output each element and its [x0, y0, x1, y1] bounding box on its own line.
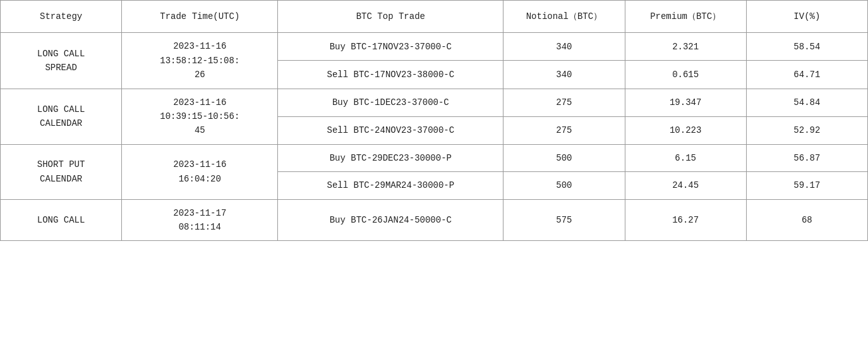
strategy-cell: LONG CALL [1, 199, 122, 241]
iv-cell: 54.84 [746, 89, 867, 116]
btc-top-trade-cell: Buy BTC-26JAN24-50000-C [278, 199, 503, 241]
trade-time-cell: 2023-11-16 16:04:20 [122, 144, 278, 199]
header-iv: IV(%) [746, 1, 867, 33]
premium-cell: 19.347 [625, 89, 746, 116]
header-strategy: Strategy [1, 1, 122, 33]
iv-cell: 68 [746, 199, 867, 241]
trade-time-cell: 2023-11-16 10:39:15-10:56: 45 [122, 89, 278, 144]
iv-cell: 64.71 [746, 61, 867, 89]
header-notional: Notional（BTC） [503, 1, 625, 33]
notional-cell: 340 [503, 61, 625, 89]
table-row: LONG CALL SPREAD2023-11-16 13:58:12-15:0… [1, 33, 868, 61]
strategy-cell: LONG CALL SPREAD [1, 33, 122, 89]
iv-cell: 59.17 [746, 172, 867, 199]
notional-cell: 275 [503, 116, 625, 144]
strategy-cell: SHORT PUT CALENDAR [1, 144, 122, 199]
trade-time-cell: 2023-11-17 08:11:14 [122, 199, 278, 241]
notional-cell: 500 [503, 172, 625, 199]
btc-top-trade-cell: Sell BTC-24NOV23-37000-C [278, 116, 503, 144]
premium-cell: 2.321 [625, 33, 746, 61]
notional-cell: 575 [503, 199, 625, 241]
premium-cell: 0.615 [625, 61, 746, 89]
notional-cell: 275 [503, 89, 625, 116]
header-row: Strategy Trade Time(UTC) BTC Top Trade N… [1, 1, 868, 33]
premium-cell: 10.223 [625, 116, 746, 144]
btc-top-trade-cell: Buy BTC-17NOV23-37000-C [278, 33, 503, 61]
btc-top-trade-cell: Sell BTC-17NOV23-38000-C [278, 61, 503, 89]
btc-top-trade-cell: Sell BTC-29MAR24-30000-P [278, 172, 503, 199]
table-row: SHORT PUT CALENDAR2023-11-16 16:04:20Buy… [1, 144, 868, 171]
main-container: Strategy Trade Time(UTC) BTC Top Trade N… [0, 0, 868, 363]
iv-cell: 56.87 [746, 144, 867, 171]
trades-table: Strategy Trade Time(UTC) BTC Top Trade N… [0, 0, 868, 241]
header-trade-time: Trade Time(UTC) [122, 1, 278, 33]
premium-cell: 6.15 [625, 144, 746, 171]
btc-top-trade-cell: Buy BTC-1DEC23-37000-C [278, 89, 503, 116]
table-row: LONG CALL CALENDAR2023-11-16 10:39:15-10… [1, 89, 868, 116]
table-row: LONG CALL2023-11-17 08:11:14Buy BTC-26JA… [1, 199, 868, 241]
notional-cell: 340 [503, 33, 625, 61]
trade-time-cell: 2023-11-16 13:58:12-15:08: 26 [122, 33, 278, 89]
premium-cell: 24.45 [625, 172, 746, 199]
iv-cell: 52.92 [746, 116, 867, 144]
header-btc-top-trade: BTC Top Trade [278, 1, 503, 33]
notional-cell: 500 [503, 144, 625, 171]
btc-top-trade-cell: Buy BTC-29DEC23-30000-P [278, 144, 503, 171]
header-premium: Premium（BTC） [625, 1, 746, 33]
iv-cell: 58.54 [746, 33, 867, 61]
strategy-cell: LONG CALL CALENDAR [1, 89, 122, 144]
premium-cell: 16.27 [625, 199, 746, 241]
